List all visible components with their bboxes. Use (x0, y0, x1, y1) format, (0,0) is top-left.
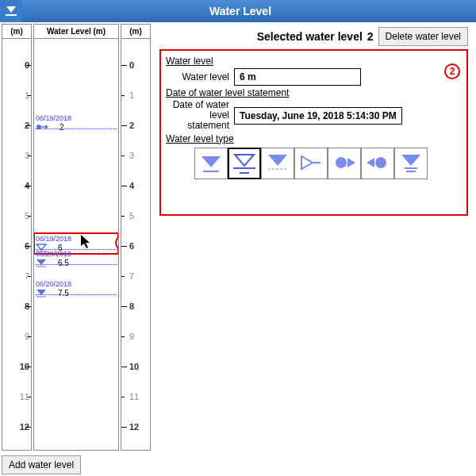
depth-scale-left: (m) 0246810121357911 (2, 24, 32, 451)
svg-point-23 (375, 157, 386, 168)
tick-major: 10 (2, 362, 31, 371)
water-level-type-option-0[interactable] (194, 148, 228, 179)
water-level-type-option-1[interactable] (228, 148, 261, 179)
date-input[interactable]: Tuesday, June 19, 2018 5:14:30 PM (234, 107, 402, 125)
tick-major: 10 (121, 362, 150, 371)
tick-major: 0 (2, 60, 31, 70)
tick-minor: 7 (121, 271, 150, 281)
svg-marker-0 (6, 6, 16, 13)
app-icon (0, 0, 22, 22)
svg-rect-12 (203, 171, 219, 172)
tick-minor: 7 (2, 271, 31, 281)
svg-marker-22 (367, 158, 374, 167)
svg-marker-11 (202, 156, 221, 167)
section-type: Water level type (166, 133, 462, 144)
tick-minor: 11 (121, 392, 150, 401)
tick-major: 8 (2, 301, 31, 311)
tick-major: 6 (121, 241, 150, 251)
water-level-type-option-6[interactable] (394, 148, 428, 179)
water-level-marker[interactable]: 06/19/20182 (36, 114, 117, 132)
titlebar: Water Level (0, 0, 476, 22)
tick-minor: 3 (121, 151, 150, 160)
tick-major: 2 (2, 121, 31, 130)
tick-major: 2 (121, 121, 150, 130)
tick-major: 0 (121, 60, 150, 70)
tick-minor: 3 (2, 151, 31, 160)
delete-water-level-button[interactable]: Delete water level (378, 27, 468, 46)
svg-rect-26 (406, 171, 416, 172)
selected-index: 2 (367, 30, 374, 43)
tick-major: 12 (2, 422, 31, 432)
date-label: Date of water level statement (166, 100, 234, 132)
water-level-label: Water level (166, 71, 234, 83)
water-level-marker[interactable]: 06/20/20186.5 (36, 250, 117, 267)
detail-panel: Selected water level 2 Delete water leve… (152, 22, 476, 452)
tick-minor: 1 (2, 90, 31, 100)
add-water-level-button[interactable]: Add water level (2, 455, 81, 474)
tick-minor: 9 (121, 332, 150, 341)
svg-marker-18 (301, 156, 313, 169)
left-scale-header: (m) (2, 25, 31, 39)
svg-marker-13 (235, 155, 254, 166)
svg-rect-15 (240, 172, 249, 174)
svg-marker-21 (347, 158, 355, 167)
svg-rect-14 (233, 167, 255, 169)
svg-point-20 (336, 157, 347, 168)
tick-major: 8 (121, 301, 150, 311)
section-date: Date of water level statement (166, 87, 462, 98)
svg-rect-25 (405, 167, 417, 169)
water-level-type-picker (194, 148, 462, 179)
tick-major: 4 (121, 181, 150, 190)
tick-minor: 11 (2, 392, 31, 401)
svg-marker-24 (401, 155, 420, 166)
form-box: Water level Water level 6 m Date of wate… (159, 49, 468, 216)
water-level-track[interactable]: Water Level (m) 06/19/2018206/19/2018610… (33, 24, 119, 451)
mid-track-header: Water Level (m) (34, 25, 118, 39)
tick-minor: 5 (121, 211, 150, 221)
water-level-type-option-4[interactable] (328, 148, 361, 179)
annotation-badge-2: 2 (444, 63, 460, 79)
water-level-input[interactable]: 6 m (234, 68, 361, 86)
window-title: Water Level (27, 5, 454, 17)
tick-minor: 9 (2, 332, 31, 341)
selected-label: Selected water level (159, 30, 363, 43)
water-level-type-option-5[interactable] (361, 148, 394, 179)
svg-rect-1 (6, 14, 17, 16)
section-water-level: Water level (166, 56, 462, 67)
tick-major: 4 (2, 181, 31, 190)
tick-minor: 5 (2, 211, 31, 221)
tick-minor: 1 (121, 90, 150, 100)
depth-scale-right: (m) 0246810121357911 (121, 24, 151, 451)
svg-marker-16 (268, 155, 287, 166)
water-level-type-option-3[interactable] (294, 148, 328, 179)
right-scale-header: (m) (121, 25, 150, 39)
tick-major: 6 (2, 241, 31, 251)
tick-major: 12 (121, 422, 150, 432)
water-level-type-option-2[interactable] (261, 148, 294, 179)
water-level-marker[interactable]: 06/20/20187.5 (36, 280, 117, 298)
